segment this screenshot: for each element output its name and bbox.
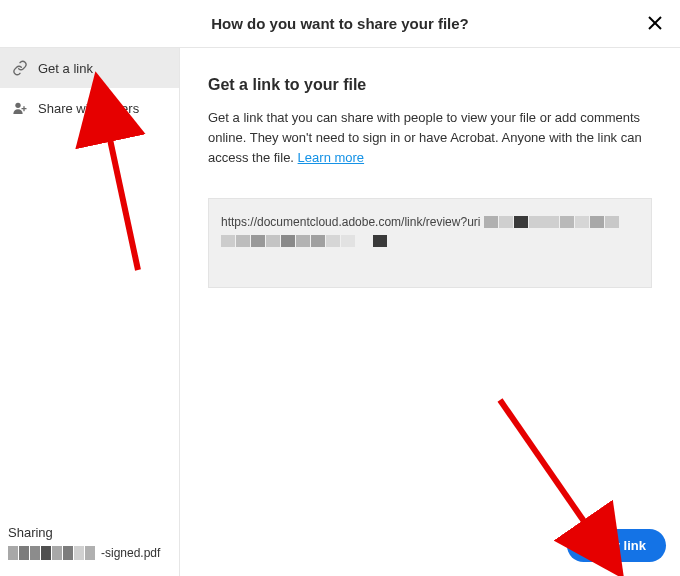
redacted-link-part-2 <box>221 235 355 247</box>
redacted-filename <box>8 546 95 560</box>
sharing-file-row: -signed.pdf <box>8 546 171 560</box>
sidebar-item-label: Get a link <box>38 61 93 76</box>
modal-header: How do you want to share your file? <box>0 0 680 48</box>
redacted-link-part-3 <box>373 235 387 247</box>
panel-description: Get a link that you can share with peopl… <box>208 108 652 168</box>
close-button[interactable] <box>644 12 666 34</box>
person-add-icon <box>12 100 28 116</box>
link-icon <box>12 60 28 76</box>
sidebar: Get a link Share with others Sharing -si… <box>0 48 180 576</box>
link-box[interactable]: https://documentcloud.adobe.com/link/rev… <box>208 198 652 288</box>
copy-link-button[interactable]: Copy link <box>567 529 666 562</box>
learn-more-link[interactable]: Learn more <box>298 150 364 165</box>
main-panel: Get a link to your file Get a link that … <box>180 48 680 576</box>
close-icon <box>647 15 663 31</box>
svg-point-2 <box>15 103 20 108</box>
sidebar-item-share-others[interactable]: Share with others <box>0 88 179 128</box>
sidebar-item-get-link[interactable]: Get a link <box>0 48 179 88</box>
sidebar-footer: Sharing -signed.pdf <box>0 515 179 576</box>
sharing-label: Sharing <box>8 525 171 540</box>
panel-heading: Get a link to your file <box>208 76 652 94</box>
sidebar-item-label: Share with others <box>38 101 139 116</box>
modal-body: Get a link Share with others Sharing -si… <box>0 48 680 576</box>
redacted-link-part-1 <box>484 216 619 228</box>
sidebar-list: Get a link Share with others <box>0 48 179 515</box>
link-url-visible: https://documentcloud.adobe.com/link/rev… <box>221 213 480 231</box>
filename-suffix: -signed.pdf <box>101 546 160 560</box>
share-modal: How do you want to share your file? Get … <box>0 0 680 576</box>
modal-title: How do you want to share your file? <box>211 15 469 32</box>
